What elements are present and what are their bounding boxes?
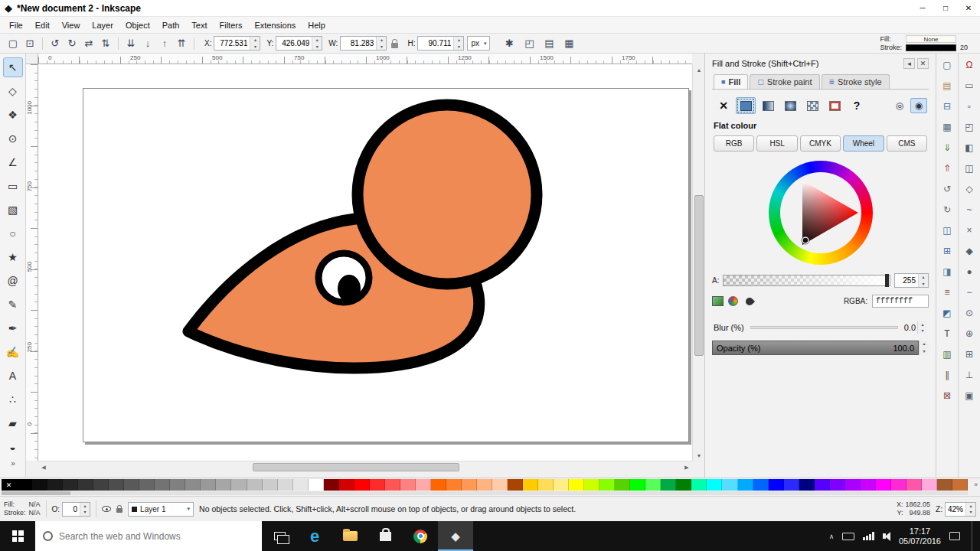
palette-swatch[interactable] xyxy=(645,479,661,491)
palette-swatch[interactable] xyxy=(477,479,492,491)
menu-layer[interactable]: Layer xyxy=(86,18,119,32)
palette-swatch[interactable] xyxy=(738,479,753,491)
fill-rule-nonzero-button[interactable]: ◉ xyxy=(910,98,927,113)
snap-path-icon[interactable]: ~ xyxy=(962,202,977,217)
palette-swatch[interactable] xyxy=(876,479,891,491)
start-button[interactable] xyxy=(0,521,35,551)
palette-swatch[interactable] xyxy=(769,479,784,491)
taskbar-clock[interactable]: 17:17 05/07/2016 xyxy=(899,527,941,546)
horizontal-scrollbar-thumb[interactable] xyxy=(253,463,459,471)
style-indicator[interactable]: Fill: None Stroke: 20 xyxy=(880,35,968,51)
scale-gradient-toggle[interactable]: ▤ xyxy=(541,35,557,52)
palette-icon[interactable] xyxy=(712,296,724,306)
palette-swatch[interactable] xyxy=(385,479,400,491)
y-stepper[interactable]: ▴▾ xyxy=(312,37,322,50)
scroll-down-icon[interactable]: ▼ xyxy=(693,450,705,461)
palette-swatch[interactable] xyxy=(293,479,309,491)
new-document-icon[interactable]: ▢ xyxy=(939,57,955,73)
eraser-tool[interactable]: ▰ xyxy=(3,413,23,433)
opacity-slider[interactable]: Opacity (%) 100.0 xyxy=(712,341,919,355)
palette-swatch[interactable] xyxy=(861,479,876,491)
selector-tool[interactable]: ↖ xyxy=(3,57,23,77)
blur-stepper[interactable]: ▴▾ xyxy=(917,321,927,334)
rgba-input[interactable]: ffffffff xyxy=(872,295,929,308)
palette-swatch[interactable] xyxy=(676,479,691,491)
text-tool[interactable]: A xyxy=(3,366,23,386)
fill-stroke-dialog-icon[interactable]: ◩ xyxy=(939,305,955,321)
palette-swatch[interactable] xyxy=(845,479,861,491)
node-tool[interactable]: ◇ xyxy=(3,81,23,101)
touch-keyboard-icon[interactable] xyxy=(842,533,854,540)
vertical-scrollbar-thumb[interactable] xyxy=(694,195,704,356)
palette-swatch[interactable] xyxy=(17,479,32,491)
document-properties-icon[interactable]: ⊠ xyxy=(939,388,955,403)
palette-swatch[interactable] xyxy=(370,479,385,491)
redo-icon[interactable]: ↻ xyxy=(939,202,955,217)
palette-swatch[interactable] xyxy=(691,479,707,491)
palette-scrollbar[interactable] xyxy=(2,491,968,495)
palette-swatch[interactable] xyxy=(830,479,845,491)
spray-tool[interactable]: ∴ xyxy=(3,390,23,409)
mode-tab-cms[interactable]: CMS xyxy=(887,135,927,152)
zoom-stepper[interactable]: ▴▾ xyxy=(965,503,975,516)
palette-swatch[interactable] xyxy=(707,479,722,491)
select-all-layers-icon[interactable]: ⊡ xyxy=(21,35,38,52)
palette-swatch[interactable] xyxy=(937,479,952,491)
layers-dialog-icon[interactable]: ▥ xyxy=(939,347,955,362)
pen-tool[interactable]: ✒ xyxy=(3,318,23,338)
flip-vertical-icon[interactable]: ⇅ xyxy=(97,35,114,52)
layer-visibility-icon[interactable] xyxy=(102,506,111,512)
layer-lock-icon[interactable] xyxy=(116,508,122,513)
palette-swatch[interactable] xyxy=(523,479,538,491)
palette-swatch[interactable] xyxy=(400,479,416,491)
chrome-button[interactable] xyxy=(403,521,438,551)
menu-filters[interactable]: Filters xyxy=(214,18,249,32)
menu-view[interactable]: View xyxy=(56,18,87,32)
palette-swatch[interactable] xyxy=(722,479,737,491)
volume-icon[interactable] xyxy=(883,533,886,539)
palette-swatch[interactable] xyxy=(508,479,523,491)
rotate-cw-icon[interactable]: ↻ xyxy=(64,35,80,52)
menu-help[interactable]: Help xyxy=(302,18,332,32)
minimize-button[interactable]: ─ xyxy=(911,0,934,16)
save-icon[interactable]: ⊟ xyxy=(939,99,955,114)
scroll-left-icon[interactable]: ◀ xyxy=(38,461,49,473)
snap-rotation-center-icon[interactable]: ⊕ xyxy=(962,326,977,341)
snap-enable-icon[interactable]: Ω xyxy=(962,57,977,73)
eye-pupil-shape[interactable] xyxy=(338,275,361,302)
palette-swatch[interactable] xyxy=(263,479,278,491)
horizontal-ruler[interactable]: 02505007501000125015001750 xyxy=(38,54,692,64)
snap-node-smooth-icon[interactable]: ● xyxy=(962,264,977,279)
close-button[interactable]: ✕ xyxy=(957,0,980,16)
palette-swatch[interactable] xyxy=(815,479,830,491)
export-icon[interactable]: ⇑ xyxy=(939,161,955,176)
mode-tab-hsl[interactable]: HSL xyxy=(756,135,797,152)
palette-swatch[interactable] xyxy=(784,479,799,491)
palette-swatch[interactable] xyxy=(799,479,815,491)
scale-stroke-toggle[interactable]: ✱ xyxy=(501,35,518,52)
alpha-slider[interactable] xyxy=(723,275,890,286)
paint-pattern-button[interactable] xyxy=(802,97,822,114)
edge-button[interactable]: e xyxy=(297,521,332,551)
palette-swatch[interactable] xyxy=(431,479,446,491)
network-icon[interactable] xyxy=(863,532,874,540)
palette-swatch[interactable] xyxy=(278,479,293,491)
import-icon[interactable]: ⇓ xyxy=(939,140,955,155)
palette-swatch[interactable] xyxy=(247,479,263,491)
width-stepper[interactable]: ▴▾ xyxy=(376,37,386,50)
snap-line-midpoint-icon[interactable]: − xyxy=(962,285,977,300)
palette-swatch[interactable] xyxy=(446,479,462,491)
paste-icon[interactable]: ⊞ xyxy=(939,243,955,259)
color-wheel[interactable] xyxy=(769,161,873,265)
palette-swatch[interactable] xyxy=(492,479,508,491)
palette-swatch[interactable] xyxy=(891,479,906,491)
palette-scrollbar-thumb[interactable] xyxy=(2,491,70,495)
open-document-icon[interactable]: ▤ xyxy=(939,78,955,93)
rotate-ccw-icon[interactable]: ↺ xyxy=(47,35,64,52)
palette-swatch[interactable] xyxy=(93,479,109,491)
select-all-icon[interactable]: ▢ xyxy=(5,35,21,52)
pencil-tool[interactable]: ✎ xyxy=(3,295,23,315)
eyedropper-icon[interactable] xyxy=(744,295,755,306)
fill-stroke-indicator[interactable]: Fill: N/A Stroke: N/A xyxy=(4,500,41,517)
object-opacity-stepper[interactable]: ▴▾ xyxy=(80,503,90,516)
